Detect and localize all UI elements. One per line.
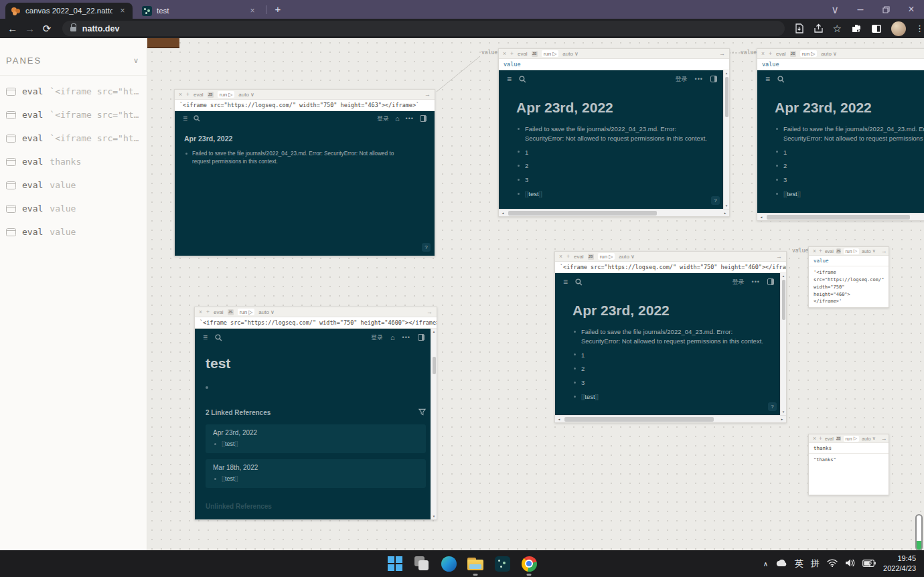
collapse-chevron-icon[interactable]: ∨ [133,56,139,65]
profile-avatar[interactable] [891,21,906,36]
tab-test[interactable]: test × [137,3,262,19]
run-button[interactable]: run▷ [238,309,255,315]
pane-code[interactable]: value [757,59,924,70]
pane-value-small[interactable]: × + eval JS run▷ auto∨ → value '<iframe … [808,246,889,308]
help-button[interactable]: ? [711,196,720,205]
pane-code[interactable]: value [499,59,729,70]
run-button[interactable]: run▷ [218,91,235,98]
home-icon[interactable]: ⌂ [390,333,395,341]
search-icon[interactable] [777,76,785,83]
ime-pinyin-indicator[interactable]: 拼 [811,558,820,570]
pane-add-icon[interactable]: + [186,91,189,98]
natto-canvas[interactable]: value value value × + eval JS run▷ auto∨… [147,38,924,550]
login-button[interactable]: 登录 [733,278,745,286]
help-button[interactable]: ? [768,402,777,411]
close-window-button[interactable]: × [899,0,924,19]
ref-bullet-pageref[interactable]: [[test]] [213,440,414,448]
run-button[interactable]: run▷ [542,50,559,57]
chrome-icon[interactable] [521,556,538,572]
login-button[interactable]: 登录 [377,114,389,123]
pane-value-right[interactable]: × + eval JS run▷ auto∨ value ≡ Apr 23rd,… [757,48,924,221]
right-sidebar-icon[interactable] [710,76,717,82]
pane-code[interactable]: `<iframe src="https://logseq.com/" width… [555,262,786,273]
pane-add-icon[interactable]: + [819,435,822,442]
more-icon[interactable]: ••• [695,76,703,82]
hamburger-icon[interactable]: ≡ [203,333,208,341]
output-handle-icon[interactable]: → [881,248,887,254]
journal-bullet-pageref[interactable]: [[test]] [516,189,712,199]
task-view-button[interactable] [414,556,431,572]
pane-add-icon[interactable]: + [206,309,210,315]
horizontal-scrollbar[interactable]: ◄ [757,213,924,220]
tab-search-icon[interactable]: ∨ [822,0,848,19]
run-button[interactable]: run▷ [844,248,860,254]
reload-icon[interactable]: ⟳ [38,23,56,35]
sidebar-item-value-1[interactable]: eval value [0,173,147,197]
pane-iframe-460[interactable]: × + eval JS run▷ auto∨ → `<iframe src="h… [554,251,787,423]
right-sidebar-icon[interactable] [420,115,427,122]
bookmark-star-icon[interactable]: ☆ [833,23,842,35]
login-button[interactable]: 登录 [676,75,688,84]
output-handle-icon[interactable]: → [719,50,725,57]
file-explorer-icon[interactable] [467,556,484,572]
tray-overflow-chevron-icon[interactable]: ∧ [763,560,768,568]
output-handle-icon[interactable]: → [776,253,782,260]
linked-ref-card[interactable]: Apr 23rd, 2022 [[test]] [206,424,426,453]
ref-bullet-pageref[interactable]: [[test]] [213,475,414,483]
run-button[interactable]: run▷ [844,436,860,442]
more-icon[interactable]: ••• [406,115,414,122]
horizontal-scrollbar[interactable]: ◄ ► [499,209,729,216]
auto-dropdown[interactable]: auto∨ [562,51,578,57]
edge-icon[interactable] [441,556,457,572]
auto-dropdown[interactable]: auto∨ [862,436,876,441]
output-handle-icon[interactable]: → [427,309,433,315]
run-button[interactable]: run▷ [800,50,818,57]
pane-close-icon[interactable]: × [813,248,816,254]
pane-iframe-test-page[interactable]: × + eval JS run▷ auto∨ → `<iframe src="h… [194,307,437,520]
sidebar-item-iframe-1[interactable]: eval `<iframe src="ht… [0,80,147,103]
battery-icon[interactable] [862,558,876,570]
install-app-icon[interactable] [794,23,804,33]
vertical-scrollbar[interactable]: ▲ ▼ [723,70,729,209]
natto-app-icon[interactable] [494,556,511,572]
more-icon[interactable]: ••• [402,334,410,341]
hamburger-icon[interactable]: ≡ [563,278,568,286]
address-bar[interactable]: natto.dev [62,21,785,36]
pane-add-icon[interactable]: + [769,50,772,57]
js-icon[interactable]: JS [588,254,594,260]
restore-button[interactable] [873,0,899,19]
volume-icon[interactable] [845,558,855,570]
auto-dropdown[interactable]: auto∨ [862,248,876,254]
help-button[interactable]: ? [422,243,431,252]
linked-ref-card[interactable]: Mar 18th, 2022 [[test]] [206,459,426,488]
forward-icon[interactable]: → [21,23,39,34]
tab-close-icon[interactable]: × [248,6,257,15]
ref-date-link[interactable]: Apr 23rd, 2022 [213,429,418,436]
pane-close-icon[interactable]: × [813,435,816,442]
pane-code[interactable]: `<iframe src="https://logseq.com/" width… [175,100,435,111]
tab-canvas[interactable]: canvas 2022_04_22.natto – nat × [5,3,133,19]
back-icon[interactable]: ← [4,23,21,34]
pane-add-icon[interactable]: + [566,253,570,260]
pane-close-icon[interactable]: × [761,50,765,57]
taskbar-clock[interactable]: 19:45 2022/4/23 [883,554,916,574]
sidebar-item-iframe-3[interactable]: eval `<iframe src="ht… [0,127,147,150]
lock-icon[interactable] [70,25,76,32]
pane-code[interactable]: value [809,256,889,266]
ref-date-link[interactable]: Mar 18th, 2022 [213,464,418,471]
onedrive-cloud-icon[interactable] [775,558,787,570]
js-icon[interactable]: JS [208,92,214,98]
search-icon[interactable] [575,278,583,286]
pane-thanks[interactable]: × + eval JS run▷ auto∨ → thanks "thanks" [808,434,889,495]
js-icon[interactable]: JS [836,436,841,441]
pane-close-icon[interactable]: × [179,91,182,98]
login-button[interactable]: 登录 [371,333,383,342]
auto-dropdown[interactable]: auto∨ [258,309,274,315]
output-handle-icon[interactable]: → [425,91,431,98]
pane-value-top[interactable]: × + eval JS run▷ auto∨ → value ≡ 登录 [498,48,730,217]
run-button[interactable]: run▷ [598,253,615,260]
wifi-icon[interactable] [827,558,838,570]
sidebar-item-value-2[interactable]: eval value [0,197,147,220]
output-handle-icon[interactable]: → [881,435,887,442]
sidebar-item-thanks[interactable]: eval thanks [0,150,147,173]
